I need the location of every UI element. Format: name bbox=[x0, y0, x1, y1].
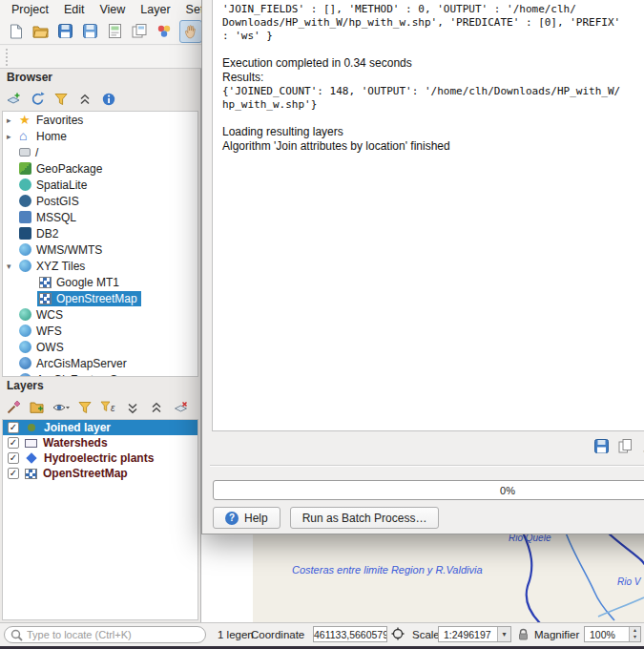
browser-item-arcgismapserver[interactable]: ArcGisMapServer bbox=[3, 355, 197, 371]
browser-item-google-mt1[interactable]: Google MT1 bbox=[3, 274, 197, 290]
layout-manager-icon bbox=[132, 24, 147, 38]
remove-layer-button[interactable] bbox=[171, 398, 190, 417]
filter-legend-button[interactable] bbox=[75, 398, 94, 417]
layer-item-watersheds[interactable]: Watersheds bbox=[3, 435, 197, 450]
dialog-separator bbox=[210, 465, 644, 467]
filter-browser-button[interactable] bbox=[52, 90, 71, 109]
scale-lock-button[interactable] bbox=[518, 628, 529, 642]
layer-item-joined-layer[interactable]: Joined layer bbox=[3, 420, 197, 435]
progress-bar: 0% bbox=[213, 480, 644, 500]
browser-item-openstreetmap[interactable]: OpenStreetMap bbox=[3, 290, 197, 306]
browser-item-geopackage[interactable]: GeoPackage bbox=[3, 160, 197, 177]
dialog-button-row: Help Run as Batch Process… bbox=[213, 507, 439, 529]
log-line: 'JOIN_FIELDS' : [], 'METHOD' : 0, 'OUTPU… bbox=[222, 3, 644, 16]
browser-item-postgis[interactable]: PostGIS bbox=[3, 193, 197, 209]
layer-styling-button[interactable] bbox=[4, 398, 23, 417]
log-actions bbox=[592, 436, 644, 455]
run-as-batch-button[interactable]: Run as Batch Process… bbox=[290, 507, 440, 529]
new-print-layout-button[interactable] bbox=[103, 20, 126, 43]
magnifier-spinbox[interactable]: 100% ▴▾ bbox=[584, 626, 641, 642]
map-themes-button[interactable] bbox=[52, 398, 71, 417]
collapse-all-layers-button[interactable] bbox=[147, 398, 166, 417]
scale-combo[interactable]: 1:2496197 bbox=[438, 626, 511, 642]
browser-item-wms[interactable]: WMS/WMTS bbox=[3, 241, 197, 258]
layout-manager-button[interactable] bbox=[128, 20, 151, 43]
help-button[interactable]: Help bbox=[213, 507, 280, 529]
browser-item-spatialite[interactable]: SpatiaLite bbox=[3, 177, 197, 193]
pan-map-button[interactable] bbox=[179, 20, 202, 43]
log-line: {'JOINED_COUNT': 148, 'OUTPUT': '/home/c… bbox=[222, 85, 644, 98]
log-finished-line: Algorithm 'Join attributes by location' … bbox=[222, 139, 644, 154]
layer-item-openstreetmap[interactable]: OpenStreetMap bbox=[3, 466, 197, 481]
locator-search[interactable] bbox=[4, 626, 206, 643]
collapse-all-icon bbox=[150, 401, 163, 414]
menu-layer[interactable]: Layer bbox=[133, 3, 177, 16]
home-icon bbox=[19, 130, 31, 142]
spatialite-icon bbox=[19, 178, 31, 191]
status-message: 1 legen bbox=[218, 629, 254, 640]
expand-arrow-icon[interactable] bbox=[7, 132, 17, 141]
collapse-all-button[interactable] bbox=[75, 90, 94, 109]
add-layer-icon bbox=[6, 92, 21, 107]
browser-item-favorites[interactable]: Favorites bbox=[3, 112, 197, 128]
save-project-button[interactable] bbox=[53, 20, 76, 43]
layer-list: Joined layer Watersheds Hydroelectric pl… bbox=[2, 419, 198, 620]
new-project-button[interactable] bbox=[4, 20, 27, 43]
layer-item-hydroelectric-plants[interactable]: Hydroelectric plants bbox=[3, 450, 197, 466]
remove-layer-icon bbox=[174, 401, 188, 414]
expand-arrow-icon[interactable] bbox=[7, 115, 17, 125]
expand-all-button[interactable] bbox=[123, 398, 142, 417]
scale-value: 1:2496197 bbox=[444, 627, 491, 642]
log-execution-line: Execution completed in 0.34 seconds bbox=[222, 56, 644, 71]
extents-toggle-button[interactable] bbox=[391, 627, 405, 642]
log-loading-line: Loading resulting layers bbox=[222, 125, 644, 139]
collapse-arrow-icon[interactable] bbox=[7, 262, 17, 271]
chevron-down-icon[interactable] bbox=[497, 627, 510, 641]
menu-edit[interactable]: Edit bbox=[56, 3, 93, 16]
browser-item-home[interactable]: Home bbox=[3, 128, 197, 144]
clear-log-button[interactable] bbox=[639, 436, 644, 455]
log-line: hp_with_w.shp'} bbox=[222, 98, 644, 112]
layers-panel: Layers ε bbox=[0, 377, 200, 622]
point-symbol bbox=[28, 424, 35, 431]
map-label-rio-v: Rio V bbox=[617, 576, 640, 587]
refresh-icon bbox=[31, 92, 45, 106]
lock-icon bbox=[518, 628, 529, 640]
toolbar-handle[interactable] bbox=[6, 49, 10, 66]
browser-item-xyz-tiles[interactable]: XYZ Tiles bbox=[3, 258, 197, 274]
copy-log-button[interactable] bbox=[615, 436, 634, 455]
styling-brush-icon bbox=[7, 400, 21, 414]
open-project-button[interactable] bbox=[29, 20, 52, 43]
menu-project[interactable]: Project bbox=[4, 3, 56, 16]
coordinate-field[interactable] bbox=[313, 626, 387, 642]
spinner-arrows-icon[interactable]: ▴▾ bbox=[629, 627, 640, 641]
browser-item-wcs[interactable]: WCS bbox=[3, 306, 197, 323]
ows-icon bbox=[19, 341, 31, 353]
browser-item-wfs[interactable]: WFS bbox=[3, 323, 197, 339]
browser-item-mssql[interactable]: MSSQL bbox=[3, 209, 197, 225]
left-dock: Browser bbox=[0, 69, 201, 622]
save-project-as-button[interactable] bbox=[78, 20, 101, 43]
layer-visibility-checkbox[interactable] bbox=[8, 468, 19, 479]
coordinate-input[interactable] bbox=[314, 627, 386, 641]
layer-visibility-checkbox[interactable] bbox=[8, 422, 19, 433]
eye-icon bbox=[52, 401, 70, 414]
magnifier-value: 100% bbox=[590, 627, 615, 642]
add-selected-layers-button[interactable] bbox=[4, 90, 23, 109]
refresh-browser-button[interactable] bbox=[28, 90, 47, 109]
locator-input[interactable] bbox=[27, 628, 200, 641]
progress-text: 0% bbox=[500, 485, 515, 496]
browser-item-root[interactable]: / bbox=[3, 144, 197, 160]
browser-item-ows[interactable]: OWS bbox=[3, 339, 197, 355]
properties-button[interactable] bbox=[99, 90, 118, 109]
layer-visibility-checkbox[interactable] bbox=[8, 452, 19, 464]
browser-item-db2[interactable]: DB2 bbox=[3, 225, 197, 241]
algorithm-log: 'JOIN_FIELDS' : [], 'METHOD' : 0, 'OUTPU… bbox=[212, 0, 644, 431]
layer-visibility-checkbox[interactable] bbox=[8, 437, 19, 449]
filter-by-expression-button[interactable]: ε bbox=[99, 398, 118, 417]
menu-view[interactable]: View bbox=[92, 3, 133, 16]
add-group-button[interactable] bbox=[28, 398, 47, 417]
save-log-button[interactable] bbox=[592, 436, 611, 455]
style-manager-button[interactable] bbox=[153, 20, 176, 43]
raster-symbol bbox=[25, 469, 37, 479]
